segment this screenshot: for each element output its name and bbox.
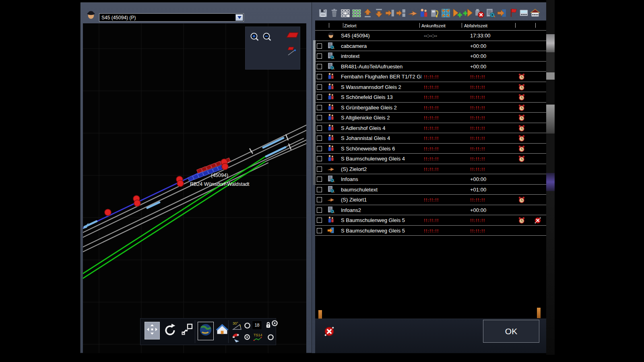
remove-cancel-icon[interactable]	[474, 8, 485, 19]
pan-mode-button[interactable]	[144, 322, 160, 339]
contact-points-grid-icon[interactable]	[340, 8, 351, 19]
raise-icon[interactable]	[362, 8, 373, 19]
hand-icon	[327, 195, 335, 204]
enter-depot-icon[interactable]	[496, 8, 507, 19]
row-checkbox[interactable]	[317, 177, 322, 182]
departure-time: !!:!!:!!	[470, 105, 485, 110]
table-row[interactable]: S Schöneweide Gleis 6!!:!!:!!!!:!!:!!	[315, 144, 546, 154]
row-checkbox[interactable]	[317, 218, 322, 223]
gradient-value-box[interactable]: 18	[252, 321, 262, 330]
save-icon[interactable]	[318, 8, 328, 19]
row-checkbox[interactable]	[317, 125, 322, 131]
zoom-in-button[interactable]	[250, 32, 260, 42]
table-row[interactable]: Infoans+00:00	[315, 174, 546, 185]
passengers-icon[interactable]	[418, 8, 429, 19]
script-settings-icon[interactable]	[485, 8, 496, 19]
insert-right-icon[interactable]	[384, 8, 395, 19]
table-row[interactable]: Infoans2+00:00	[315, 205, 546, 216]
alarm-clock-icon[interactable]	[518, 83, 526, 91]
alarm-clock-icon[interactable]	[518, 216, 526, 224]
table-row[interactable]: cabcamera+00:00	[315, 41, 546, 51]
track-map[interactable]: (45094) RB24 Wünsdorf-Waldstadt	[83, 23, 306, 353]
table-row[interactable]: S Wassmannsdorf Gleis 2!!:!!:!!!!:!!:!!	[315, 82, 546, 93]
row-checkbox[interactable]	[317, 84, 322, 90]
magnet-snap-icon[interactable]	[231, 332, 242, 343]
row-checkbox[interactable]	[317, 115, 322, 120]
table-row[interactable]: S Schönefeld Gleis 13!!:!!:!!!!:!!:!!	[315, 92, 546, 103]
delete-icon[interactable]	[329, 8, 340, 19]
lock-icon[interactable]	[266, 321, 271, 329]
script-icon	[327, 42, 335, 50]
row-checkbox[interactable]	[317, 74, 322, 79]
alarm-clock-icon[interactable]	[518, 93, 526, 101]
alarm-clock-icon[interactable]	[518, 196, 526, 204]
move-object-button[interactable]	[180, 322, 194, 339]
lower-icon[interactable]	[374, 8, 384, 19]
table-row[interactable]: S Baumschulenweg Gleis 5!!:!!:!!!!:!!:!!	[315, 215, 546, 226]
row-checkbox[interactable]	[317, 146, 322, 151]
home-view-button[interactable]	[215, 323, 229, 339]
row-checkbox[interactable]	[317, 95, 322, 100]
radio-track-style[interactable]	[267, 334, 274, 341]
zoom-out-button[interactable]	[262, 32, 272, 42]
row-checkbox[interactable]	[317, 197, 322, 202]
assemble-icon[interactable]	[440, 8, 451, 19]
driver-avatar-icon	[86, 10, 96, 22]
alarm-clock-icon[interactable]	[518, 134, 526, 142]
row-checkbox[interactable]	[317, 167, 322, 172]
scrollbar-right-cap[interactable]	[537, 308, 541, 318]
select-hand-icon[interactable]	[407, 8, 418, 19]
table-row[interactable]: S Baumschulenweg Gleis 5!!:!!:!!!!:!!:!!	[315, 226, 546, 236]
alarm-clock-icon[interactable]	[518, 114, 526, 122]
flag-icon[interactable]	[507, 8, 518, 19]
add-before-icon[interactable]	[463, 8, 474, 19]
depot-icon[interactable]	[530, 8, 541, 19]
row-checkbox[interactable]	[317, 64, 322, 69]
alarm-clock-icon[interactable]	[518, 145, 526, 153]
row-checkbox[interactable]	[317, 156, 322, 161]
table-row[interactable]: S Altglienicke Gleis 2!!:!!:!!!!:!!:!!	[315, 113, 546, 123]
row-checkbox[interactable]	[317, 228, 322, 233]
timetable-display-icon[interactable]	[518, 8, 529, 19]
append-right-icon[interactable]	[396, 8, 407, 19]
row-checkbox[interactable]	[317, 187, 322, 192]
radio-magnet[interactable]	[244, 334, 250, 340]
table-row[interactable]: introtext+00:00	[315, 51, 546, 62]
track-style-icon[interactable]: TS14	[253, 332, 265, 343]
alarm-clock-icon[interactable]	[518, 104, 526, 112]
alarm-clock-icon[interactable]	[518, 124, 526, 132]
slope-mode-icon[interactable]: 30°	[232, 321, 242, 331]
table-row[interactable]: S Grünbergallee Gleis 2!!:!!:!!!!:!!:!!	[315, 103, 546, 113]
alarm-clock-icon[interactable]	[518, 155, 526, 163]
rotate-button[interactable]	[162, 322, 178, 339]
table-row[interactable]: (S) Zielort2!!:!!:!!!!:!!:!!	[315, 164, 546, 175]
routes-grid-icon[interactable]	[351, 8, 362, 19]
dropdown-button[interactable]	[235, 14, 243, 21]
row-checkbox[interactable]	[317, 136, 322, 141]
table-row[interactable]: S Baumschulenweg Gleis 4!!:!!:!!!!:!!:!!	[315, 154, 546, 164]
destination-label: Infoans	[341, 176, 358, 182]
cancel-route-icon[interactable]	[323, 325, 335, 337]
table-row[interactable]: S45 (45094)--:--:--17:33:00	[315, 31, 546, 41]
table-row[interactable]: Fernbahn Flughafen BER T1/T2 Glei:!!:!!:…	[315, 72, 546, 82]
row-checkbox[interactable]	[317, 53, 322, 59]
table-row[interactable]: BR481-AutoTeilAufruesten+00:00	[315, 62, 546, 72]
row-checkbox[interactable]	[317, 105, 322, 110]
signal-small-icon[interactable]	[287, 45, 299, 57]
cancel-stop-icon[interactable]	[534, 216, 542, 224]
radio-slope[interactable]	[244, 322, 251, 329]
refuel-icon[interactable]	[429, 8, 440, 19]
train-selector[interactable]: S45 (45094) (P)	[99, 13, 244, 22]
table-row[interactable]: S Johannistal Gleis 4!!:!!:!!!!:!!:!!	[315, 133, 546, 144]
row-checkbox[interactable]	[317, 43, 322, 49]
table-row[interactable]: baumschuletext+01:00	[315, 185, 546, 195]
radio-lock[interactable]	[271, 320, 278, 327]
add-after-icon[interactable]	[452, 8, 462, 19]
alarm-clock-icon[interactable]	[518, 73, 526, 81]
ok-button[interactable]: OK	[483, 320, 539, 343]
table-row[interactable]: (S) Zielort1!!:!!:!!!!:!!:!!	[315, 195, 546, 205]
table-row[interactable]: S Adlershof Gleis 4!!:!!:!!!!:!!:!!	[315, 123, 546, 134]
globe-view-button[interactable]	[198, 322, 214, 340]
row-checkbox[interactable]	[317, 208, 322, 213]
signal-large-icon[interactable]	[286, 31, 299, 40]
